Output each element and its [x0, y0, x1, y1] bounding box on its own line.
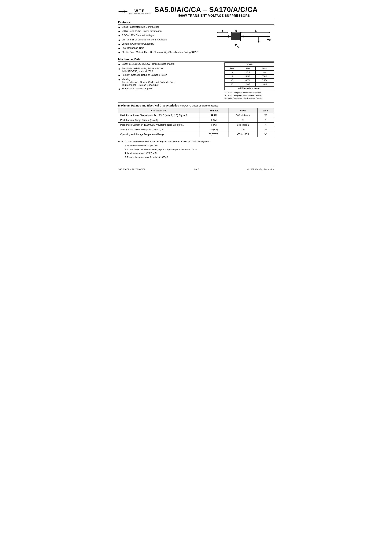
ratings-section: Maximum Ratings and Electrical Character… — [118, 104, 274, 137]
note-item: 5. Peak pulse power waveform is 10/1000μ… — [125, 155, 274, 159]
bullet-icon: ● — [118, 29, 120, 33]
features-rule — [118, 24, 274, 25]
svg-marker-12 — [257, 41, 260, 43]
bullet-icon: ● — [118, 42, 120, 46]
col-unit: Unit — [257, 108, 274, 113]
diode-svg: A B A — [215, 27, 272, 52]
table-row: B 5.50 7.62 — [225, 75, 274, 79]
list-item: ● Terminals: Axial Leads, Solderable per… — [118, 67, 221, 73]
svg-marker-19 — [217, 32, 218, 33]
do15-col-dim: Dim — [225, 67, 240, 71]
suffix-notes: "C" Suffix Designates Bi-directional Dev… — [225, 91, 274, 100]
features-section: Features ●Glass Passivated Die Construct… — [118, 21, 274, 55]
footer-left: SA5.0/A/CA – SA170/A/C/CA — [118, 168, 145, 170]
list-item: ● Polarity: Cathode Band or Cathode Notc… — [118, 73, 221, 77]
col-value: Value — [228, 108, 258, 113]
features-title: Features — [118, 21, 274, 24]
table-row: Operating and Storage Temperature Range … — [118, 132, 274, 137]
logo-wte-label: WTE — [135, 9, 145, 13]
bullet-icon: ● — [118, 67, 120, 71]
table-row: Steady State Power Dissipation (Note 2, … — [118, 127, 274, 132]
mechanical-title: Mechanical Data — [118, 58, 274, 61]
diode-diagram: A B A — [213, 27, 274, 55]
svg-marker-24 — [269, 32, 270, 33]
table-row: Peak Pulse Current on 10/1000μS Waveform… — [118, 123, 274, 127]
bullet-icon: ● — [118, 38, 120, 42]
table-row: C 0.71 0.864 — [225, 79, 274, 83]
list-item: ● Case: JEDEC DO-15 Low Profile Molded P… — [118, 62, 221, 66]
ratings-rule — [118, 102, 274, 103]
logo-subtitle-label: POWER SEMICONDUCTORS — [129, 13, 151, 15]
table-row: A 25.4 — — [225, 71, 274, 75]
note-item: 4. Lead temperature at 75°C = TL — [125, 151, 274, 155]
note-header: Note: 1. Non-repetitive current pulse, p… — [118, 139, 274, 144]
do15-table: DO-15 Dim Min Max A 25.4 — B — [225, 62, 274, 90]
ratings-title: Maximum Ratings and Electrical Character… — [118, 104, 274, 107]
bullet-icon: ● — [118, 78, 120, 81]
col-symbol: Symbol — [199, 108, 228, 113]
mechanical-list: ● Case: JEDEC DO-15 Low Profile Molded P… — [118, 62, 221, 100]
do15-col-min: Min — [240, 67, 255, 71]
svg-text:A: A — [222, 29, 224, 33]
bullet-icon: ● — [118, 51, 120, 54]
logo-area: WTE POWER SEMICONDUCTORS — [118, 8, 151, 15]
col-characteristic: Characteristic — [118, 108, 199, 113]
footer-center: 1 of 5 — [194, 168, 199, 170]
list-item: ●Fast Response Time — [118, 46, 209, 50]
bullet-icon: ● — [118, 87, 120, 91]
logo-icon — [118, 8, 128, 15]
bullet-icon: ● — [118, 73, 120, 77]
bullet-icon: ● — [118, 46, 120, 50]
header-rule — [118, 19, 274, 19]
list-item: ●5.0V – 170V Standoff Voltage — [118, 34, 209, 37]
svg-marker-20 — [227, 32, 228, 33]
table-row: D 2.60 3.60 — [225, 83, 274, 87]
ratings-condition: @TA=25°C unless otherwise specified — [180, 104, 218, 107]
features-list: ●Glass Passivated Die Construction ●500W… — [118, 25, 209, 55]
bullet-icon: ● — [118, 62, 120, 66]
list-item: ●Excellent Clamping Capability — [118, 42, 209, 46]
mechanical-section: Mechanical Data ● Case: JEDEC DO-15 Low … — [118, 58, 274, 100]
logo-text: WTE POWER SEMICONDUCTORS — [129, 9, 151, 15]
footer-right: © 2002 Won-Top Electronics — [247, 168, 274, 170]
table-row: Peak Forward Surge Current (Note 3) IFSM… — [118, 118, 274, 123]
list-item: ● Marking: Unidirectional – Device Code … — [118, 78, 221, 86]
page-header: WTE POWER SEMICONDUCTORS SA5.0/A/C/CA – … — [118, 6, 274, 17]
ratings-table: Characteristic Symbol Value Unit Peak Pu… — [118, 108, 274, 137]
svg-text:D: D — [237, 46, 239, 49]
svg-marker-5 — [228, 35, 231, 37]
list-item: ●500W Peak Pulse Power Dissipation — [118, 29, 209, 33]
features-content: ●Glass Passivated Die Construction ●500W… — [118, 25, 274, 55]
notes-section: Note: 1. Non-repetitive current pulse, p… — [118, 139, 274, 159]
bullet-icon: ● — [118, 34, 120, 37]
title-block: SA5.0/A/C/CA – SA170/A/C/CA 500W TRANSIE… — [155, 6, 274, 17]
do15-area: DO-15 Dim Min Max A 25.4 — B — [225, 62, 274, 100]
note-item: 3. 8.3ms single half sine-wave duty cycl… — [125, 147, 274, 152]
main-title: SA5.0/A/C/CA – SA170/A/C/CA — [155, 6, 274, 14]
mechanical-content: ● Case: JEDEC DO-15 Low Profile Molded P… — [118, 62, 274, 100]
do15-title: DO-15 — [225, 63, 274, 67]
do15-col-max: Max — [256, 67, 274, 71]
page-footer: SA5.0/A/CA – SA170/A/C/CA 1 of 5 © 2002 … — [118, 167, 274, 170]
list-item: ●Uni- and Bi-Directional Versions Availa… — [118, 38, 209, 42]
table-row-footer: All Dimensions in mm — [225, 87, 274, 90]
list-item: ● Weight: 0.40 grams (approx.) — [118, 87, 221, 91]
svg-marker-23 — [240, 32, 242, 33]
subtitle: 500W TRANSIENT VOLTAGE SUPPRESSORS — [155, 14, 274, 17]
list-item: ●Glass Passivated Die Construction — [118, 25, 209, 29]
note-item: 2. Mounted on 40mm² copper pad. — [125, 144, 274, 147]
svg-marker-26 — [267, 39, 269, 41]
svg-text:A: A — [255, 29, 257, 33]
svg-rect-8 — [231, 33, 240, 40]
table-row: Peak Pulse Power Dissipation at TA = 25°… — [118, 113, 274, 118]
mechanical-rule — [118, 61, 274, 62]
svg-text:C: C — [269, 38, 271, 42]
list-item: ●Plastic Case Material has UL Flammabili… — [118, 51, 209, 54]
svg-text:B: B — [235, 29, 237, 33]
bullet-icon: ● — [118, 25, 120, 29]
